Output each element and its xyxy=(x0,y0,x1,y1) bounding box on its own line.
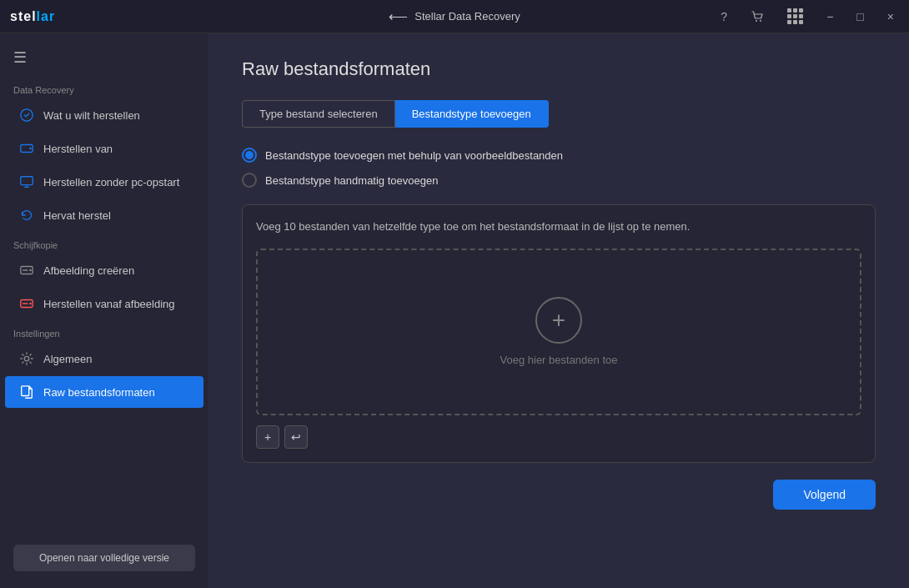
svg-point-4 xyxy=(29,148,32,150)
radio-circle-unselected xyxy=(242,173,257,188)
sidebar-label-wat: Wat u wilt herstellen xyxy=(43,109,140,122)
radio-label-voorbeeldbestanden: Bestandstype toevoegen met behulp van vo… xyxy=(265,149,563,162)
sidebar-item-raw[interactable]: Raw bestandsformaten xyxy=(5,376,203,408)
dropzone-actions: + ↩ xyxy=(256,425,861,449)
dropzone-hint: Voeg 10 bestanden van hetzelfde type toe… xyxy=(256,219,861,235)
sidebar-label-algemeen: Algemeen xyxy=(43,353,93,365)
sidebar-item-herstellen-van[interactable]: Herstellen van xyxy=(5,133,203,164)
add-file-button[interactable]: + xyxy=(256,425,279,449)
tab-bestandstype-toevoegen[interactable]: Bestandstype toevoegen xyxy=(395,100,549,128)
sidebar-section-instellingen: Instellingen xyxy=(0,320,208,342)
titlebar: stellar ⟵ Stellar Data Recovery ? − □ × xyxy=(0,0,909,33)
titlebar-app-name: Stellar Data Recovery xyxy=(414,10,520,23)
next-button[interactable]: Volgend xyxy=(773,480,876,510)
sidebar-label-herstellen-afbeelding: Herstellen vanaf afbeelding xyxy=(43,298,175,310)
svg-point-10 xyxy=(24,356,28,360)
hamburger-menu-button[interactable]: ☰ xyxy=(0,42,208,73)
svg-point-1 xyxy=(760,20,761,22)
next-btn-row: Volgend xyxy=(242,480,876,510)
image-create-icon xyxy=(18,262,35,279)
sidebar-label-hervat: Hervat herstel xyxy=(43,209,111,222)
sidebar-item-algemeen[interactable]: Algemeen xyxy=(5,343,203,374)
radio-option-handmatig[interactable]: Bestandstype handmatig toevoegen xyxy=(242,173,876,188)
tab-type-bestand[interactable]: Type bestand selecteren xyxy=(242,100,395,128)
titlebar-center: ⟵ Stellar Data Recovery xyxy=(389,8,520,24)
sidebar: ☰ Data Recovery Wat u wilt herstellen He… xyxy=(0,33,208,588)
sidebar-item-wat-u-wilt[interactable]: Wat u wilt herstellen xyxy=(5,99,203,131)
resume-icon xyxy=(18,207,35,224)
svg-point-7 xyxy=(29,269,32,272)
sidebar-item-herstellen-afbeelding[interactable]: Herstellen vanaf afbeelding xyxy=(5,288,203,319)
sidebar-section-schijf: Schijfkopie xyxy=(0,232,208,254)
titlebar-right: ? − □ × xyxy=(716,5,899,28)
image-restore-icon xyxy=(18,295,35,312)
radio-group: Bestandstype toevoegen met behulp van vo… xyxy=(242,148,876,188)
page-title: Raw bestandsformaten xyxy=(242,58,876,80)
sidebar-item-hervat[interactable]: Hervat herstel xyxy=(5,199,203,231)
sidebar-label-afbeelding: Afbeelding creëren xyxy=(43,264,134,277)
minimize-button[interactable]: − xyxy=(821,7,838,27)
svg-point-9 xyxy=(29,303,32,305)
svg-rect-11 xyxy=(22,386,29,396)
main-content: Raw bestandsformaten Type bestand select… xyxy=(208,33,909,588)
raw-icon xyxy=(18,384,35,400)
dropzone-container: Voeg 10 bestanden van hetzelfde type toe… xyxy=(242,204,876,463)
drive-icon xyxy=(18,140,35,157)
app-logo: stellar xyxy=(10,9,55,24)
sidebar-item-afbeelding-creeren[interactable]: Afbeelding creëren xyxy=(5,254,203,286)
monitor-icon xyxy=(18,173,35,190)
back-arrow-icon: ⟵ xyxy=(389,8,408,24)
sidebar-label-zonder-pc: Herstellen zonder pc-opstart xyxy=(43,176,179,188)
grid-button[interactable] xyxy=(782,5,808,28)
dropzone-placeholder: Voeg hier bestanden toe xyxy=(500,354,618,366)
sidebar-label-herstellen-van: Herstellen van xyxy=(43,143,113,155)
cart-button[interactable] xyxy=(746,7,769,27)
sidebar-item-zonder-pc[interactable]: Herstellen zonder pc-opstart xyxy=(5,166,203,198)
radio-label-handmatig: Bestandstype handmatig toevoegen xyxy=(265,174,438,187)
help-button[interactable]: ? xyxy=(716,7,732,27)
add-files-icon: + xyxy=(535,297,582,344)
grid-icon xyxy=(787,8,803,24)
dropzone-area[interactable]: + Voeg hier bestanden toe xyxy=(256,249,861,415)
recovery-icon xyxy=(18,107,35,123)
maximize-button[interactable]: □ xyxy=(851,7,868,27)
svg-rect-5 xyxy=(21,177,33,185)
open-full-button[interactable]: Openen naar volledige versie xyxy=(13,545,195,571)
titlebar-left: stellar xyxy=(10,9,55,24)
app-body: ☰ Data Recovery Wat u wilt herstellen He… xyxy=(0,33,909,588)
radio-circle-selected xyxy=(242,148,257,163)
close-button[interactable]: × xyxy=(882,7,899,27)
undo-button[interactable]: ↩ xyxy=(284,425,308,449)
radio-option-voorbeeldbestanden[interactable]: Bestandstype toevoegen met behulp van vo… xyxy=(242,148,876,163)
sidebar-section-recovery: Data Recovery xyxy=(0,77,208,98)
tab-row: Type bestand selecteren Bestandstype toe… xyxy=(242,100,876,128)
svg-point-0 xyxy=(756,20,757,22)
gear-icon xyxy=(18,350,35,367)
sidebar-label-raw: Raw bestandsformaten xyxy=(43,386,155,399)
